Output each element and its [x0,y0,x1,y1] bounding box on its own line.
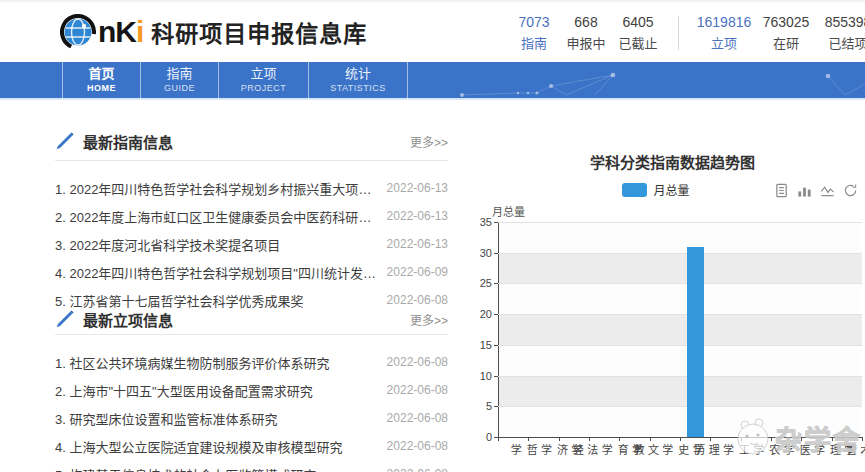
x-tick-mark [619,437,620,441]
news-title: 1. 社区公共环境病媒生物防制服务评价体系研究 [55,353,377,372]
split-area-band [498,314,862,345]
site-logo[interactable]: nKi 科研项目申报信息库 [60,14,367,50]
stat-funded[interactable]: 1619816 立项 [693,12,755,54]
news-date: 2022-06-08 [387,355,448,369]
split-area-band [498,283,862,314]
gridline [498,345,862,346]
gridline [498,253,862,254]
stat-value: 1619816 [693,12,755,32]
x-category-label: 工学 [720,444,752,456]
site-title: 科研项目申报信息库 [151,15,367,49]
x-tick-mark [801,437,802,441]
news-title: 4. 上海大型公立医院适宜建设规模及审核模型研究 [55,437,377,456]
nav-tab-sublabel: HOME [63,82,140,94]
line-chart-icon[interactable] [820,183,835,198]
guide-news-item[interactable]: 3. 2022年度河北省科学技术奖提名项目 2022-06-13 [55,234,448,254]
project-news-item[interactable]: 1. 社区公共环境病媒生物防制服务评价体系研究 2022-06-08 [55,352,448,372]
stat-label: 已截止 [612,34,664,54]
stat-applying[interactable]: 668 申报中 [560,12,612,54]
pen-icon [55,131,75,151]
y-tick-label: 5 [470,400,492,412]
restore-icon[interactable] [843,183,858,198]
y-tick-label: 10 [470,370,492,382]
news-date: 2022-06-08 [387,293,448,307]
bar-理学[interactable] [687,247,704,437]
project-news-item[interactable]: 4. 上海大型公立医院适宜建设规模及审核模型研究 2022-06-08 [55,436,448,456]
stat-value: 7073 [508,12,560,32]
section-divider [55,160,448,161]
project-news-item[interactable]: 5. 构建基于信息技术的社会办医监管模式研究 2022-06-08 [55,464,448,472]
chart-title: 学科分类指南数据趋势图 [480,151,865,172]
x-tick-mark [498,437,499,441]
stat-guide[interactable]: 7073 指南 [508,12,560,54]
x-category-label: 文学 [629,444,661,456]
y-tick-mark [494,253,498,254]
section-title: 最新立项信息 [83,309,173,330]
stat-finished[interactable]: 855398 已结项 [817,12,865,54]
gridline [498,222,862,223]
y-tick-label: 0 [470,431,492,443]
guide-news-item[interactable]: 1. 2022年四川特色哲学社会科学规划乡村振兴重大项目申报通知 2022-06… [55,178,448,198]
pen-icon [55,309,75,329]
project-news-item[interactable]: 2. 上海市"十四五"大型医用设备配置需求研究 2022-06-08 [55,380,448,400]
y-axis-name: 月总量 [492,203,525,219]
stats-divider [678,16,679,50]
stat-closed[interactable]: 6405 已截止 [612,12,664,54]
latest-guide-section-header: 最新指南信息 更多>> [55,128,448,154]
logo-text: nKi [98,14,143,50]
main-nav: 首页 HOME 指南 GUIDE 立项 PROJECT 统计 STATISTIC… [0,62,865,100]
nav-tab-project[interactable]: 立项 PROJECT [218,62,308,100]
news-date: 2022-06-09 [387,265,448,279]
x-category-label: 法学 [568,444,600,456]
nav-tab-label: 统计 [309,66,407,82]
x-tick-mark [680,437,681,441]
news-date: 2022-06-13 [387,237,448,251]
y-tick-mark [494,406,498,407]
stat-label: 立项 [693,34,755,54]
gridline [498,283,862,284]
stat-label: 已结项 [817,34,865,54]
news-date: 2022-06-08 [387,383,448,397]
more-link-guide[interactable]: 更多>> [410,133,448,150]
stat-value: 6405 [612,12,664,32]
news-date: 2022-06-13 [387,181,448,195]
bar-chart-icon[interactable] [797,183,812,198]
nav-tab-guide[interactable]: 指南 GUIDE [140,62,218,100]
news-title: 4. 2022年四川特色哲学社会科学规划项目"四川统计发展专项课题" [55,263,377,282]
legend-swatch [622,183,647,197]
split-area-band [498,406,862,437]
project-news-item[interactable]: 3. 研究型床位设置和监管标准体系研究 2022-06-08 [55,408,448,428]
x-tick-mark [710,437,711,441]
split-area-band [498,345,862,376]
globe-icon [60,14,96,50]
news-title: 3. 研究型床位设置和监管标准体系研究 [55,409,377,428]
stat-ongoing[interactable]: 763025 在研 [755,12,817,54]
discipline-trend-chart: 学科分类指南数据趋势图 月总量 [480,145,865,472]
section-title: 最新指南信息 [83,131,173,152]
y-tick-mark [494,222,498,223]
nav-tab-home[interactable]: 首页 HOME [62,62,140,100]
x-tick-mark [650,437,651,441]
latest-project-section-header: 最新立项信息 更多>> [55,306,448,332]
news-date: 2022-06-08 [387,467,448,472]
nav-tab-sublabel: GUIDE [141,82,218,94]
stat-label: 申报中 [560,34,612,54]
gridline [498,314,862,315]
news-title: 2. 上海市"十四五"大型医用设备配置需求研究 [55,381,377,400]
y-tick-mark [494,283,498,284]
data-view-icon[interactable] [774,183,789,198]
y-tick-label: 35 [470,216,492,228]
x-tick-mark [559,437,560,441]
more-link-project[interactable]: 更多>> [410,311,448,328]
y-axis-line [498,222,499,437]
nav-tab-statistics[interactable]: 统计 STATISTICS [308,62,408,100]
x-tick-mark [741,437,742,441]
nav-tabs: 首页 HOME 指南 GUIDE 立项 PROJECT 统计 STATISTIC… [62,62,408,100]
y-tick-label: 25 [470,277,492,289]
guide-news-item[interactable]: 4. 2022年四川特色哲学社会科学规划项目"四川统计发展专项课题" 2022-… [55,262,448,282]
nav-tab-sublabel: STATISTICS [309,82,407,94]
nav-tab-label: 立项 [219,66,308,82]
x-tick-mark [528,437,529,441]
news-title: 5. 构建基于信息技术的社会办医监管模式研究 [55,465,377,472]
guide-news-item[interactable]: 2. 2022年度上海市虹口区卫生健康委员会中医药科研课题 2022-06-13 [55,206,448,226]
